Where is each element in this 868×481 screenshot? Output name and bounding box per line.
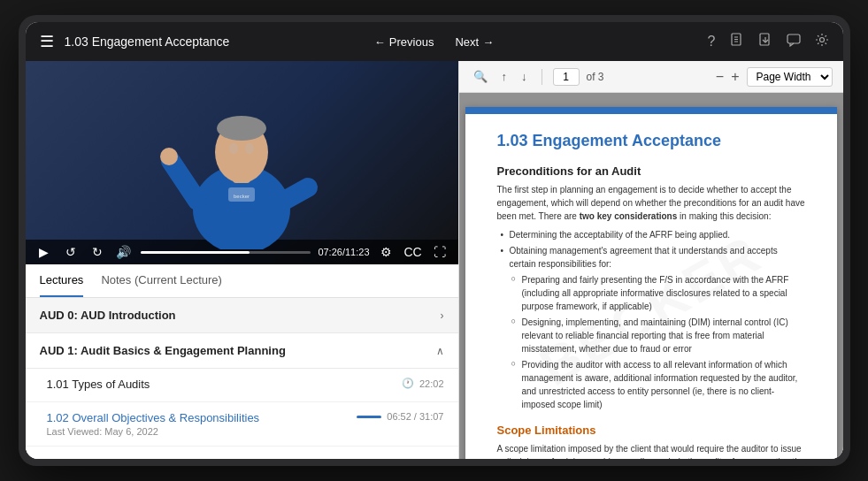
zoom-in-button[interactable]: + — [731, 70, 739, 84]
pdf-doc-title: 1.03 Engagement Acceptance — [497, 132, 805, 150]
lecture-title: 1.01 Types of Audits — [47, 378, 395, 391]
list-item[interactable]: 1.02 Overall Objectives & Responsibiliti… — [26, 402, 458, 447]
pdf-section-heading-0: Preconditions for an Audit — [497, 164, 805, 178]
pdf-bullet: Obtaining management's agreement that it… — [497, 244, 805, 271]
chapter-aud1[interactable]: AUD 1: Audit Basics & Engagement Plannin… — [26, 333, 458, 369]
pdf-sub-bullet: Providing the auditor with access to all… — [497, 358, 805, 411]
list-item[interactable]: 1.01 Types of Audits 🕐 22:02 — [26, 369, 458, 402]
clock-icon: 🕐 — [402, 378, 414, 389]
rewind-button[interactable]: ↺ — [61, 245, 81, 259]
next-button[interactable]: Next → — [446, 32, 503, 52]
lecture-progress-bar — [357, 416, 381, 418]
chapter-aud0-chevron: › — [441, 309, 444, 322]
pdf-bullet: Determining the acceptability of the AFR… — [497, 228, 805, 241]
pdf-body-text-0: The first step in planning an engagement… — [497, 183, 805, 223]
header-nav: ← Previous Next → — [365, 32, 503, 52]
lecture-sub: Last Viewed: May 6, 2022 — [47, 426, 350, 437]
pdf-view-select[interactable]: Page Width Full Page 75% 100% — [747, 67, 833, 87]
svg-point-7 — [819, 38, 824, 42]
svg-point-12 — [229, 143, 238, 154]
next-arrow-icon: → — [482, 35, 494, 49]
tab-lectures[interactable]: Lectures — [40, 264, 84, 297]
lecture-list: AUD 0: AUD Introduction › AUD 1: Audit B… — [26, 298, 458, 459]
tablet-frame: ☰ 1.03 Engagement Acceptance ← Previous … — [19, 15, 850, 466]
lecture-info: 1.01 Types of Audits — [47, 378, 395, 393]
pdf-sub-bullet: Preparing and fairly presenting the F/S … — [497, 273, 805, 313]
tab-notes[interactable]: Notes (Current Lecture) — [101, 264, 222, 297]
subtitle-icon[interactable]: CC — [403, 245, 423, 259]
pdf-page: BECKER 1.03 Engagement Acceptance Precon… — [465, 107, 837, 459]
right-panel: 🔍 ↑ ↓ of 3 − + Page Width Full Page 75% … — [459, 61, 843, 459]
presenter-figure: becker — [144, 73, 339, 253]
chapter-aud1-chevron: ∧ — [436, 345, 444, 357]
pdf-down-icon[interactable]: ↓ — [518, 68, 531, 85]
menu-icon[interactable]: ☰ — [40, 32, 54, 51]
volume-button[interactable]: 🔊 — [114, 245, 134, 259]
svg-rect-6 — [787, 34, 800, 43]
document-icon[interactable] — [730, 33, 744, 50]
svg-rect-4 — [760, 34, 769, 45]
lecture-meta: 🕐 22:02 — [402, 378, 444, 389]
next-label: Next — [455, 35, 479, 49]
separator — [542, 69, 542, 85]
lecture-meta: 06:52 / 31:07 — [357, 411, 443, 422]
chapter-aud1-title: AUD 1: Audit Basics & Engagement Plannin… — [40, 344, 286, 357]
pdf-content: BECKER 1.03 Engagement Acceptance Precon… — [459, 93, 843, 459]
previous-button[interactable]: ← Previous — [365, 32, 443, 52]
forward-button[interactable]: ↻ — [88, 245, 107, 259]
header: ☰ 1.03 Engagement Acceptance ← Previous … — [26, 22, 843, 61]
play-button[interactable]: ▶ — [35, 245, 54, 259]
lecture-title-active: 1.02 Overall Objectives & Responsibiliti… — [47, 411, 350, 424]
pdf-section-heading-1: Scope Limitations — [497, 424, 805, 437]
settings-icon[interactable] — [815, 33, 829, 50]
lecture-info: 1.02 Overall Objectives & Responsibiliti… — [47, 411, 350, 437]
download-icon[interactable] — [758, 33, 772, 50]
help-icon[interactable]: ? — [708, 34, 716, 50]
chapter-aud0-title: AUD 0: AUD Introduction — [40, 309, 176, 322]
main-content: becker ▶ ↺ ↻ 🔊 07:26/11:23 — [26, 61, 843, 459]
zoom-out-button[interactable]: − — [716, 70, 724, 84]
svg-text:becker: becker — [234, 194, 250, 199]
svg-line-15 — [284, 187, 308, 201]
pdf-up-icon[interactable]: ↑ — [498, 68, 511, 85]
settings-video-icon[interactable]: ⚙ — [377, 245, 396, 259]
svg-line-14 — [171, 161, 197, 201]
pdf-toolbar: 🔍 ↑ ↓ of 3 − + Page Width Full Page 75% … — [459, 61, 843, 93]
tablet-screen: ☰ 1.03 Engagement Acceptance ← Previous … — [26, 22, 843, 459]
fullscreen-icon[interactable]: ⛶ — [430, 245, 449, 259]
pdf-page-info: of 3 — [587, 71, 604, 83]
lecture-duration: 06:52 / 31:07 — [387, 411, 443, 422]
video-area: becker ▶ ↺ ↻ 🔊 07:26/11:23 — [26, 61, 458, 264]
chat-icon[interactable] — [787, 33, 801, 50]
pdf-body-text-1: A scope limitation imposed by the client… — [497, 442, 805, 459]
header-icons: ? — [708, 33, 829, 50]
chapter-aud0[interactable]: AUD 0: AUD Introduction › — [26, 298, 458, 333]
left-panel: becker ▶ ↺ ↻ 🔊 07:26/11:23 — [26, 61, 459, 459]
prev-arrow-icon: ← — [374, 35, 386, 49]
lecture-duration: 22:02 — [419, 378, 444, 389]
pdf-search-icon[interactable]: 🔍 — [470, 68, 491, 85]
tabs-row: Lectures Notes (Current Lecture) — [26, 264, 458, 298]
svg-point-13 — [245, 143, 254, 154]
ctrl-right: ⚙ CC ⛶ — [377, 245, 449, 259]
svg-point-11 — [217, 116, 266, 141]
pdf-page-input[interactable] — [553, 68, 580, 86]
svg-point-16 — [160, 148, 178, 165]
page-title: 1.03 Engagement Acceptance — [65, 34, 230, 49]
previous-label: Previous — [389, 35, 434, 49]
pdf-sub-bullet: Designing, implementing, and maintaining… — [497, 316, 805, 355]
pdf-blue-bar — [465, 107, 837, 114]
